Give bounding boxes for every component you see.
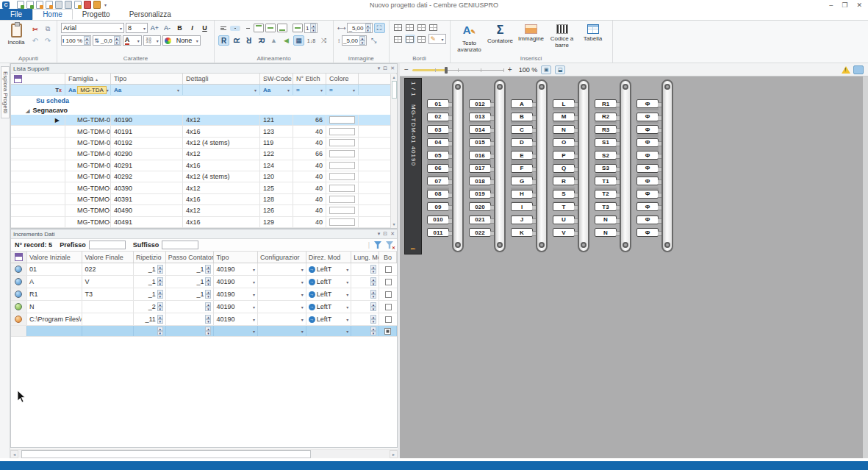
lista-vertical-scrollbar[interactable]: ▴ ▾ [390,74,397,228]
cell-tipo[interactable]: 40190▾ [214,263,258,275]
col-lung-mc[interactable]: Lung. Mc [351,252,379,263]
border-bottom-button[interactable] [428,23,439,32]
cell-valore-iniziale[interactable]: C:\Program Files\C [27,313,83,325]
label-tag[interactable]: C [511,125,533,134]
label-tag[interactable]: N [595,216,617,224]
cell-tipo[interactable]: 40190▾ [214,313,258,325]
restore-button[interactable]: ❐ [842,1,847,9]
col-n-etich[interactable]: N° Etich [293,74,326,84]
checkbox-icon[interactable] [385,304,392,310]
label-tag[interactable]: 012 [469,99,491,108]
align-center-button[interactable] [230,26,240,31]
cell-lung-mc[interactable]: ▴▾ [351,263,379,275]
scroll-thumb[interactable] [21,450,311,458]
italic-button[interactable]: I [187,23,198,33]
grid-selector-icon[interactable] [15,253,23,261]
panel-toggle-icon[interactable] [853,65,864,74]
explorer-tab[interactable]: Esplora Progetti [1,66,10,118]
label-tag[interactable]: T2 [595,190,617,199]
zoom-slider[interactable] [412,66,504,74]
cut-button[interactable]: ✂ [30,24,40,34]
label-tag[interactable]: R1 [595,99,617,108]
checkbox-icon[interactable] [385,291,392,298]
flip-horizontal-button[interactable]: ◀ [281,35,292,46]
grow-font-button[interactable]: A+ [149,23,160,33]
rotate-0-button[interactable]: R [218,35,229,46]
cell-configurazior[interactable]: ▾ [258,326,306,336]
label-tag[interactable]: R [553,177,575,185]
paste-icon[interactable] [55,1,62,9]
cell-valore-iniziale[interactable]: N [27,301,83,313]
filter-clear-icon[interactable]: Tx [55,87,62,93]
label-tag[interactable]: Q [553,164,575,173]
cell-direz-mod[interactable]: →LeftT▾ [306,276,352,288]
label-strip[interactable]: ΦΦΦΦΦΦΦΦΦΦΦ [634,79,676,252]
label-tag[interactable]: 01 [427,99,449,108]
cell-tipo[interactable]: 40190▾ [214,301,258,313]
lista-row[interactable]: MG-TDM-01401924x12 (4 stems)11940 [11,138,397,149]
border-inner-button[interactable] [405,35,415,43]
label-tag[interactable]: S2 [595,151,617,160]
zoom-slider-thumb[interactable] [445,67,448,74]
color-swatch[interactable] [329,162,355,169]
cell-valore-finale[interactable]: T3 [82,288,134,300]
label-tag[interactable]: 015 [469,138,491,147]
cell-valore-iniziale[interactable] [27,326,83,336]
panel-menu-icon[interactable]: ▾ [378,231,381,237]
label-tag[interactable]: F [511,164,533,173]
color-swatch[interactable] [329,116,355,124]
scale-diagonal-button[interactable]: ⤡ [368,35,379,46]
label-tag[interactable]: S [553,190,575,199]
cell-valore-finale[interactable] [82,301,134,313]
col-tipo[interactable]: Tipo [111,74,183,84]
line-count-spinner[interactable]: 1▴▾ [304,23,318,33]
label-tag[interactable]: E [511,151,533,160]
checkbox-icon[interactable] [385,316,392,323]
cell-lung-mc[interactable]: ▴▾ [351,301,379,313]
col-colore[interactable]: Colore [326,74,359,84]
scroll-up-icon[interactable]: ▴ [391,74,397,81]
label-tag[interactable]: 021 [469,216,491,224]
label-tag[interactable]: Φ [636,177,659,185]
scroll-down-icon[interactable]: ▾ [391,221,397,228]
zoom-out-button[interactable]: − [404,65,409,74]
label-strip[interactable]: 012013014015016017018019020021022 [467,79,509,252]
border-all-button[interactable] [393,23,403,32]
link-style-button[interactable]: ⛓▾ [143,35,161,46]
label-tag[interactable]: 010 [427,216,449,224]
align-left-button[interactable] [218,24,229,32]
insert-counter-button[interactable]: Σ Contatore [485,23,516,44]
label-tag[interactable]: J [511,216,533,224]
grid-selector-icon[interactable] [14,75,22,83]
cell-ripetizio[interactable]: _11▴▾ [134,313,166,325]
cell-passo-contatore[interactable]: _1▴▾ [166,263,215,275]
label-tag[interactable]: S3 [595,164,617,173]
label-tag[interactable]: 05 [427,151,449,160]
label-tag[interactable]: D [511,138,533,147]
left-horizontal-scrollbar[interactable]: ◂ ▸ [10,449,398,458]
cell-valore-iniziale[interactable]: A [27,276,83,288]
cell-tipo[interactable]: ▾ [214,326,258,336]
redo-button[interactable]: ↷ [43,36,53,46]
filter-netich[interactable]: =▾ [293,85,326,95]
label-tag[interactable]: Φ [636,202,659,211]
label-tag[interactable]: 08 [427,190,449,199]
label-tag[interactable]: 018 [469,177,491,185]
folder-red-icon[interactable] [84,1,91,9]
color-swatch[interactable] [329,196,355,203]
label-tag[interactable]: Φ [636,113,659,121]
export-data-icon[interactable] [36,1,43,9]
insert-advanced-text-button[interactable]: A✎ Testo avanzato [454,23,485,53]
color-swatch[interactable] [329,173,355,180]
cell-bo[interactable] [379,301,397,313]
undo-button[interactable]: ↶ [30,36,40,46]
col-valore-finale[interactable]: Valore Finale [82,252,134,263]
label-tag[interactable]: U [553,216,575,224]
label-tag[interactable]: T [553,202,575,211]
label-tag[interactable]: N [595,228,617,237]
checkbox-icon[interactable] [385,266,392,273]
rotate-180-button[interactable]: R [243,35,254,46]
label-strip[interactable]: LMNOPQRSTUV [550,79,592,252]
stretch-button[interactable]: ⛶ [374,23,385,33]
col-passo-contatore[interactable]: Passo Contatore [166,252,215,263]
